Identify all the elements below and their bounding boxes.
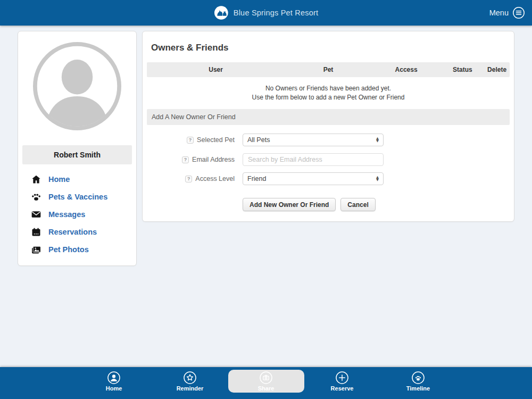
column-header-status: Status bbox=[440, 66, 484, 73]
column-header-access: Access bbox=[372, 66, 441, 73]
help-icon[interactable]: ? bbox=[182, 156, 189, 163]
pets-logo-icon bbox=[214, 5, 229, 20]
cancel-button[interactable]: Cancel bbox=[340, 198, 375, 211]
bottomnav-label: Home bbox=[106, 385, 122, 392]
page-title: Owners & Friends bbox=[151, 43, 505, 53]
access-level-value: Friend bbox=[247, 175, 266, 182]
person-placeholder-avatar bbox=[31, 40, 123, 132]
sidebar-item-label: Home bbox=[48, 175, 70, 184]
bottomnav-reserve[interactable]: Reserve bbox=[304, 370, 380, 393]
sidebar-nav: Home Pets & Vaccines Messages bbox=[18, 170, 136, 258]
top-header: Blue Springs Pet Resort Menu bbox=[0, 0, 532, 26]
menu-button-label: Menu bbox=[489, 9, 509, 17]
plus-circle-icon bbox=[335, 371, 349, 385]
bottomnav-label: Timeline bbox=[406, 385, 430, 392]
selected-pet-row: ? Selected Pet All Pets ▲▼ bbox=[143, 134, 514, 146]
access-level-select[interactable]: Friend ▲▼ bbox=[243, 172, 384, 185]
bottomnav-reminder[interactable]: Reminder bbox=[152, 370, 228, 393]
person-circle-icon bbox=[107, 371, 121, 385]
select-arrows-icon: ▲▼ bbox=[376, 176, 379, 181]
circled-hamburger-icon bbox=[512, 6, 525, 19]
sidebar-item-label: Pet Photos bbox=[48, 245, 89, 254]
table-empty-state: No Owners or Friends have been added yet… bbox=[143, 77, 514, 102]
paw-icon bbox=[31, 192, 41, 202]
email-address-row: ? Email Address bbox=[143, 153, 514, 166]
help-icon[interactable]: ? bbox=[187, 137, 194, 144]
email-address-input[interactable] bbox=[243, 153, 384, 166]
sidebar-item-label: Pets & Vaccines bbox=[48, 193, 107, 201]
help-icon[interactable]: ? bbox=[185, 176, 192, 182]
bottomnav-label: Share bbox=[258, 385, 275, 392]
column-header-delete: Delete bbox=[484, 66, 510, 73]
form-actions: Add New Owner Or Friend Cancel bbox=[243, 198, 514, 211]
bottomnav-label: Reserve bbox=[331, 385, 354, 392]
add-owner-button[interactable]: Add New Owner Or Friend bbox=[243, 198, 336, 211]
sidebar-item-reservations[interactable]: Reservations bbox=[18, 223, 136, 240]
app-title: Blue Springs Pet Resort bbox=[234, 9, 318, 17]
camera-circle-icon bbox=[259, 371, 273, 385]
home-icon bbox=[31, 174, 41, 185]
sidebar-item-pet-photos[interactable]: Pet Photos bbox=[18, 240, 136, 258]
calendar-icon bbox=[31, 227, 41, 237]
email-address-label: Email Address bbox=[192, 156, 235, 163]
envelope-icon bbox=[31, 209, 41, 220]
sidebar-item-label: Messages bbox=[48, 210, 85, 219]
star-circle-icon bbox=[183, 371, 197, 385]
photos-icon bbox=[31, 244, 41, 255]
profile-card: Robert Smith Home Pets & Vaccines bbox=[18, 31, 137, 266]
user-name: Robert Smith bbox=[22, 145, 132, 164]
empty-state-line2: Use the form below to add a new Pet Owne… bbox=[143, 93, 514, 102]
sidebar-item-home[interactable]: Home bbox=[18, 170, 136, 188]
bottomnav-label: Reminder bbox=[177, 385, 204, 392]
table-header: User Pet Access Status Delete bbox=[147, 62, 510, 77]
bottomnav-timeline[interactable]: Timeline bbox=[380, 370, 456, 393]
selected-pet-select[interactable]: All Pets ▲▼ bbox=[243, 134, 384, 146]
selected-pet-value: All Pets bbox=[247, 136, 270, 144]
access-level-row: ? Access Level Friend ▲▼ bbox=[143, 172, 514, 185]
sidebar-item-messages[interactable]: Messages bbox=[18, 205, 136, 223]
select-arrows-icon: ▲▼ bbox=[376, 137, 379, 143]
sidebar-item-pets-vaccines[interactable]: Pets & Vaccines bbox=[18, 188, 136, 205]
bottom-nav: Home Reminder Share Reserve bbox=[0, 367, 532, 399]
bottomnav-home[interactable]: Home bbox=[76, 370, 152, 393]
column-header-user: User bbox=[147, 66, 285, 73]
access-level-label: Access Level bbox=[195, 175, 235, 182]
column-header-pet: Pet bbox=[285, 66, 372, 73]
app-brand: Blue Springs Pet Resort bbox=[214, 0, 318, 26]
empty-state-line1: No Owners or Friends have been added yet… bbox=[143, 84, 514, 93]
selected-pet-label: Selected Pet bbox=[197, 136, 235, 144]
menu-button[interactable]: Menu bbox=[489, 0, 525, 26]
sidebar-item-label: Reservations bbox=[48, 228, 97, 236]
bottomnav-share[interactable]: Share bbox=[228, 370, 304, 393]
form-section-header: Add A New Owner Or Friend bbox=[147, 109, 510, 125]
owners-friends-card: Owners & Friends User Pet Access Status … bbox=[142, 31, 514, 222]
paw-circle-icon bbox=[411, 371, 425, 385]
